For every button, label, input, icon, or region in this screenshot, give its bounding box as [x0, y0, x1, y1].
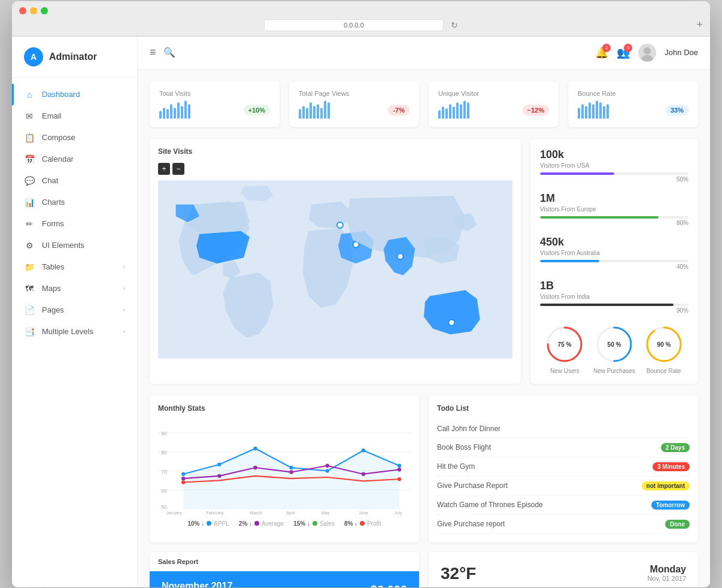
- todo-item-3: Give Purchase Reportnot important: [437, 477, 690, 496]
- stat-bar: [166, 109, 169, 119]
- donut-label: New Purchases: [593, 368, 635, 374]
- stat-bar: [181, 106, 183, 119]
- svg-point-4: [398, 253, 404, 259]
- todo-section: Todo List Call John for DinnerBook Boss …: [429, 396, 698, 542]
- visitor-progress: [540, 304, 688, 306]
- close-button[interactable]: [19, 7, 26, 14]
- minimize-button[interactable]: [30, 7, 37, 14]
- stat-bar: [578, 108, 580, 119]
- url-bar[interactable]: 0.0.0.0: [264, 19, 444, 31]
- donut-item-1: 50 % New Purchases: [593, 323, 635, 374]
- visitor-label: Visitors From Europe: [540, 206, 688, 213]
- stat-badge: -7%: [388, 105, 409, 116]
- nav-label: Calendar: [42, 154, 74, 163]
- stat-bar: [596, 101, 598, 119]
- stat-bar: [599, 102, 602, 119]
- sales-card: Sales Report November 2017 Sales Report …: [150, 552, 419, 587]
- stat-bar: [163, 108, 165, 119]
- donut-item-0: 75 % New Users: [544, 323, 586, 374]
- svg-point-0: [644, 47, 651, 54]
- legend-label: Profit: [367, 520, 381, 527]
- nav-icon: 📑: [24, 327, 35, 337]
- messages-button[interactable]: 👥 3: [617, 46, 630, 59]
- menu-icon[interactable]: ≡: [150, 46, 156, 59]
- sidebar-item-calendar[interactable]: 📅 Calendar: [12, 148, 137, 170]
- todo-title: Todo List: [437, 404, 690, 413]
- nav-icon: ✉: [24, 111, 35, 121]
- svg-text:February: February: [206, 510, 224, 515]
- sidebar-item-tables[interactable]: 📁 Tables ›: [12, 256, 137, 278]
- stat-bar: [306, 108, 308, 119]
- donut-pct: 90 %: [657, 341, 671, 348]
- svg-point-29: [181, 476, 185, 480]
- svg-point-34: [362, 472, 365, 475]
- sidebar-item-ui-elements[interactable]: ⚙ UI Elements: [12, 235, 137, 256]
- legend-dot: [313, 521, 317, 526]
- visitors-panel: 100k Visitors From USA 50% 1M Visitors F…: [530, 139, 698, 384]
- visitor-count: 100k: [540, 148, 688, 161]
- logo-name: Adminator: [49, 51, 97, 62]
- svg-point-36: [181, 480, 185, 484]
- donut-label: New Users: [544, 368, 586, 374]
- progress-pct: 80%: [540, 220, 688, 226]
- stat-title: Bounce Rate: [578, 90, 688, 97]
- svg-point-5: [337, 222, 343, 228]
- legend-item-1: 2% ↓ Average: [239, 520, 284, 527]
- chart-legend: 10% ↓ APPL 2% ↓ Average 15% ↓ Sales 8% ↓…: [158, 520, 411, 527]
- sidebar-item-forms[interactable]: ✏ Forms: [12, 213, 137, 235]
- legend-dot: [360, 521, 365, 526]
- nav-icon: ⚙: [24, 241, 35, 250]
- svg-point-35: [398, 468, 401, 471]
- sidebar-item-charts[interactable]: 📊 Charts: [12, 192, 137, 213]
- sidebar-item-compose[interactable]: 📋 Compose: [12, 127, 137, 148]
- weather-right: Monday Nov, 01 2017: [647, 564, 686, 582]
- new-tab-button[interactable]: +: [696, 19, 703, 31]
- legend-item-2: 15% ↓ Sales: [293, 520, 335, 527]
- donut-chart: 90 %: [643, 323, 685, 365]
- notification-badge: 2: [602, 44, 611, 52]
- visitor-progress: [540, 260, 688, 262]
- sidebar-item-multiple-levels[interactable]: 📑 Multiple Levels ›: [12, 321, 137, 343]
- stat-bar: [170, 104, 172, 119]
- sidebar-item-email[interactable]: ✉ Email: [12, 105, 137, 127]
- stat-bar: [299, 109, 301, 119]
- notifications-button[interactable]: 🔔 2: [595, 46, 608, 59]
- sidebar-item-pages[interactable]: 📄 Pages ›: [12, 299, 137, 321]
- sidebar-item-maps[interactable]: 🗺 Maps ›: [12, 278, 137, 299]
- search-icon[interactable]: 🔍: [163, 47, 175, 58]
- todo-tag: Tomorrow: [651, 501, 690, 510]
- stat-bars: [299, 102, 330, 119]
- svg-text:May: May: [321, 510, 330, 515]
- todo-text: Give Purchase report: [437, 520, 505, 528]
- progress-fill: [540, 304, 674, 306]
- refresh-icon[interactable]: ↻: [451, 20, 458, 30]
- avatar[interactable]: [638, 44, 656, 62]
- stat-badge: +10%: [244, 105, 270, 116]
- stat-bar: [445, 108, 448, 119]
- legend-item-3: 8% ↓ Profit: [344, 520, 381, 527]
- sidebar-item-dashboard[interactable]: ⌂ Dashboard: [12, 84, 137, 105]
- svg-text:March: March: [250, 510, 262, 515]
- sidebar: A Adminator ⌂ Dashboard ✉ Email 📋 Compos…: [12, 37, 138, 587]
- stat-title: Unique Visitor: [438, 90, 549, 97]
- nav-icon: 📁: [24, 262, 35, 272]
- svg-point-37: [398, 477, 401, 481]
- nav-label: Maps: [42, 284, 61, 293]
- browser-chrome: 0.0.0.0 ↻ +: [12, 1, 710, 37]
- nav-icon: 📄: [24, 305, 35, 315]
- sales-amount: $6,000: [371, 583, 407, 587]
- maximize-button[interactable]: [41, 7, 48, 14]
- todo-list: Call John for DinnerBook Boss Flight2 Da…: [437, 420, 690, 534]
- map-zoom-out[interactable]: −: [172, 163, 184, 175]
- sidebar-logo: A Adminator: [12, 37, 137, 78]
- sales-report-title: Sales Report: [150, 552, 419, 571]
- todo-tag: 3 Minutes: [653, 462, 690, 471]
- nav-label: Pages: [42, 305, 64, 314]
- browser-bar: 0.0.0.0 ↻ +: [19, 19, 703, 36]
- header-icons: 🔔 2 👥 3 John Doe: [595, 44, 698, 62]
- svg-text:June: June: [359, 510, 368, 515]
- nav-icon: 📊: [24, 198, 35, 207]
- sidebar-item-chat[interactable]: 💬 Chat: [12, 170, 137, 192]
- monthly-chart: 90 80 70 60 50: [158, 420, 411, 516]
- map-zoom-in[interactable]: +: [158, 163, 170, 175]
